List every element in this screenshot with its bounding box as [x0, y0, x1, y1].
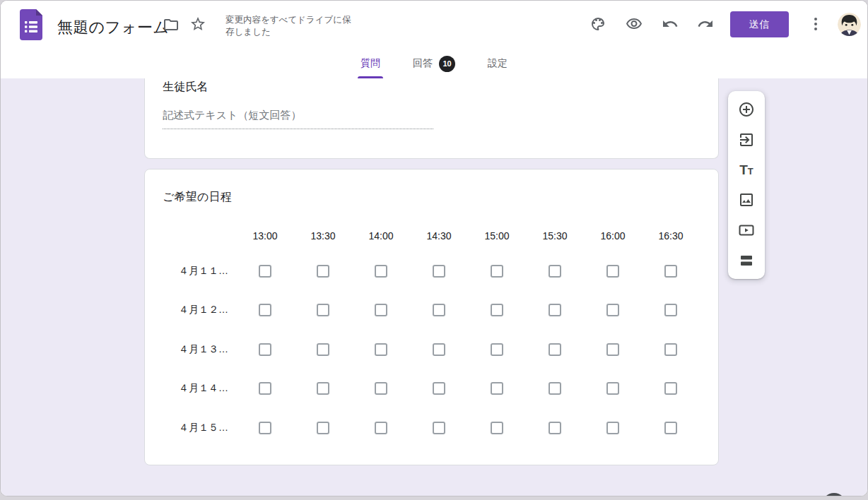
grid-cell	[236, 422, 294, 434]
grid-cell	[584, 422, 642, 434]
help-button[interactable]	[822, 493, 846, 496]
checkbox-grid: 13:0013:3014:0014:3015:0015:3016:0016:30…	[162, 220, 700, 448]
grid-checkbox[interactable]	[259, 265, 271, 278]
grid-checkbox[interactable]	[375, 304, 387, 316]
grid-checkbox[interactable]	[375, 382, 387, 395]
grid-checkbox[interactable]	[317, 304, 329, 316]
answer-underline	[163, 129, 433, 129]
grid-checkbox[interactable]	[375, 343, 387, 356]
import-questions-button[interactable]	[738, 131, 755, 148]
grid-checkbox[interactable]	[433, 304, 445, 316]
grid-checkbox[interactable]	[606, 422, 619, 434]
tab-settings-label: 設定	[488, 57, 508, 70]
grid-column-header: 13:30	[294, 230, 352, 242]
form-canvas: 生徒氏名 記述式テキスト（短文回答） ご希望の日程 13:0013:3014:0…	[1, 78, 867, 496]
grid-cell	[468, 304, 526, 316]
kebab-menu-icon[interactable]	[807, 16, 824, 32]
grid-checkbox[interactable]	[606, 382, 619, 395]
text-Tt-icon: TT	[739, 163, 753, 177]
form-title[interactable]: 無題のフォーム	[57, 17, 169, 38]
add-section-button[interactable]	[738, 252, 755, 269]
grid-cell	[236, 304, 294, 316]
grid-row: ４月１３…	[162, 330, 700, 369]
grid-checkbox[interactable]	[549, 343, 561, 356]
grid-cell	[642, 304, 700, 316]
grid-checkbox[interactable]	[606, 343, 619, 356]
grid-checkbox[interactable]	[606, 304, 619, 316]
grid-checkbox[interactable]	[664, 343, 677, 356]
grid-cell	[236, 343, 294, 356]
grid-checkbox[interactable]	[549, 422, 561, 434]
grid-checkbox[interactable]	[259, 382, 271, 395]
tab-questions-label: 質問	[360, 57, 380, 70]
grid-checkbox[interactable]	[606, 265, 619, 278]
add-image-button[interactable]	[738, 191, 755, 208]
question-card-short-answer[interactable]: 生徒氏名 記述式テキスト（短文回答）	[144, 78, 719, 159]
grid-cell	[584, 265, 642, 278]
grid-row: ４月１２…	[162, 291, 700, 331]
grid-checkbox[interactable]	[375, 265, 387, 278]
add-video-button[interactable]	[738, 222, 755, 239]
grid-cell	[294, 343, 352, 356]
forms-editor-window: 無題のフォーム 変更内容をすべてドライブに保存しました 送信	[0, 0, 868, 496]
add-question-button[interactable]	[738, 101, 755, 118]
redo-icon[interactable]	[697, 16, 714, 32]
grid-checkbox[interactable]	[664, 265, 677, 278]
grid-checkbox[interactable]	[317, 422, 329, 434]
grid-checkbox[interactable]	[433, 422, 445, 434]
grid-checkbox[interactable]	[375, 422, 387, 434]
grid-checkbox[interactable]	[664, 422, 677, 434]
grid-cell	[352, 265, 410, 278]
grid-checkbox[interactable]	[433, 265, 445, 278]
grid-checkbox[interactable]	[664, 382, 677, 395]
tab-questions[interactable]: 質問	[353, 49, 387, 78]
user-avatar[interactable]	[838, 13, 861, 36]
grid-checkbox[interactable]	[549, 304, 561, 316]
grid-cell	[410, 343, 468, 356]
tab-bar: 質問 回答 10 設定	[1, 49, 867, 78]
add-title-description-button[interactable]: TT	[738, 162, 755, 179]
grid-checkbox[interactable]	[549, 382, 561, 395]
grid-checkbox[interactable]	[491, 343, 503, 356]
grid-checkbox[interactable]	[259, 304, 271, 316]
grid-column-header: 15:00	[468, 230, 526, 242]
theme-palette-icon[interactable]	[590, 16, 606, 32]
grid-checkbox[interactable]	[317, 265, 329, 278]
google-forms-logo-icon[interactable]	[17, 9, 45, 40]
preview-eye-icon[interactable]	[626, 16, 643, 32]
grid-cell	[410, 265, 468, 278]
save-status[interactable]: 変更内容をすべてドライブに保存しました	[225, 14, 356, 38]
grid-checkbox[interactable]	[433, 382, 445, 395]
screen: 無題のフォーム 変更内容をすべてドライブに保存しました 送信	[0, 0, 868, 500]
tab-responses[interactable]: 回答 10	[406, 49, 462, 78]
grid-cell	[526, 422, 584, 434]
tab-settings[interactable]: 設定	[481, 49, 515, 78]
grid-checkbox[interactable]	[491, 382, 503, 395]
grid-row-label: ４月１１…	[162, 265, 236, 278]
grid-checkbox[interactable]	[259, 422, 271, 434]
move-folder-icon[interactable]	[163, 16, 180, 33]
grid-checkbox[interactable]	[433, 343, 445, 356]
grid-checkbox[interactable]	[317, 382, 329, 395]
undo-icon[interactable]	[662, 16, 679, 32]
question-title[interactable]: 生徒氏名	[163, 80, 209, 95]
grid-cell	[236, 382, 294, 395]
grid-cell	[294, 422, 352, 434]
grid-checkbox[interactable]	[259, 343, 271, 356]
grid-row: ４月１１…	[162, 251, 700, 291]
grid-column-header: 13:00	[236, 230, 294, 242]
grid-column-header: 15:30	[526, 230, 584, 242]
grid-checkbox[interactable]	[664, 304, 677, 316]
grid-cell	[584, 304, 642, 316]
star-icon[interactable]	[189, 16, 206, 32]
grid-checkbox[interactable]	[491, 304, 503, 316]
question-card-checkbox-grid[interactable]: ご希望の日程 13:0013:3014:0014:3015:0015:3016:…	[144, 169, 719, 465]
grid-cell	[410, 304, 468, 316]
grid-checkbox[interactable]	[317, 343, 329, 356]
grid-checkbox[interactable]	[491, 265, 503, 278]
question-title[interactable]: ご希望の日程	[163, 190, 232, 205]
grid-checkbox[interactable]	[491, 422, 503, 434]
grid-row: ４月１４…	[162, 369, 700, 409]
grid-checkbox[interactable]	[549, 265, 561, 278]
send-button[interactable]: 送信	[730, 11, 789, 37]
